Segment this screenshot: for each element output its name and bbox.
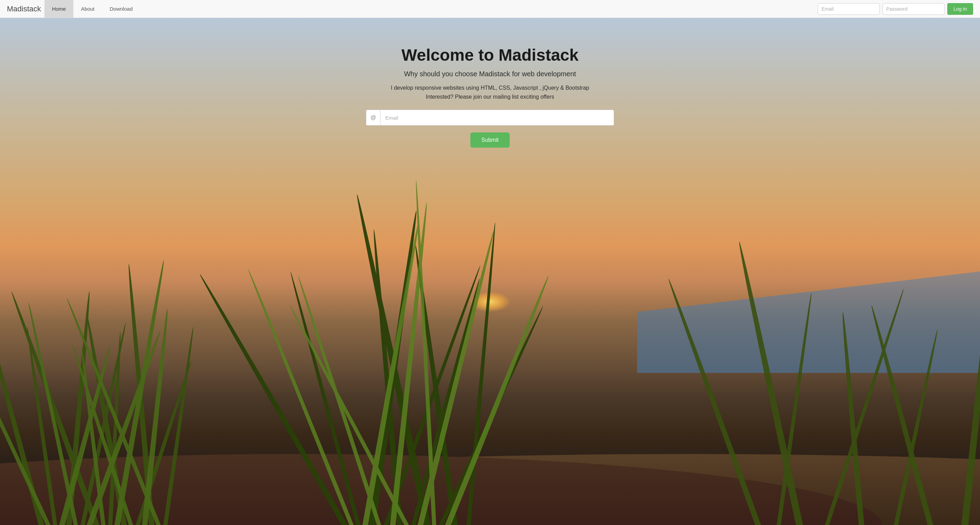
nav-item-home[interactable]: Home xyxy=(45,0,73,18)
navbar-password-input[interactable] xyxy=(883,3,945,15)
hero-email-input[interactable] xyxy=(380,110,614,125)
hero-subtitle: Why should you choose Madistack for web … xyxy=(359,70,621,78)
login-button[interactable]: Log In xyxy=(947,3,973,15)
navbar-email-input[interactable] xyxy=(818,3,880,15)
hero-cta-text: Interested? Please join our mailing list… xyxy=(359,94,621,100)
hero-section: Welcome to Madistack Why should you choo… xyxy=(0,18,980,525)
nav-links: Home About Download xyxy=(45,0,140,18)
hero-title: Welcome to Madistack xyxy=(359,46,621,64)
submit-button[interactable]: Submit xyxy=(470,132,510,148)
hero-description: I develop responsive websites using HTML… xyxy=(359,85,621,91)
navbar: Madistack Home About Download Log In xyxy=(0,0,980,18)
brand-name: Madistack xyxy=(7,5,41,13)
email-input-group: @ xyxy=(366,110,614,126)
navbar-right: Log In xyxy=(818,3,973,15)
nav-item-download[interactable]: Download xyxy=(102,0,140,18)
hero-content: Welcome to Madistack Why should you choo… xyxy=(352,46,628,148)
nav-item-about[interactable]: About xyxy=(73,0,102,18)
at-symbol: @ xyxy=(366,110,380,125)
